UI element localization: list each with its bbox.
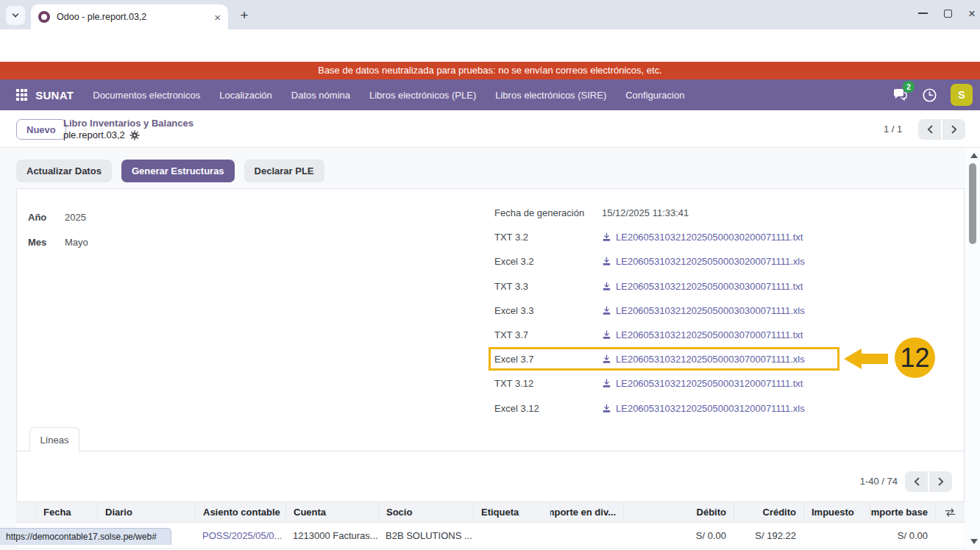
header-asiento-contable[interactable]: Asiento contable [195, 502, 285, 522]
annotation-arrow-shaft [862, 354, 888, 364]
chevron-left-icon [926, 125, 934, 134]
adjust-columns-icon [945, 507, 956, 518]
new-tab-button[interactable]: + [235, 7, 253, 24]
scrollbar-thumb[interactable] [969, 163, 976, 244]
apps-grid-icon[interactable] [16, 89, 27, 100]
file-row-excel-33: Excel 3.3 LE2060531032120250500030300071… [494, 299, 840, 323]
notebook-divider [16, 451, 965, 451]
header-debito[interactable]: Débito [623, 502, 734, 522]
scrollbar-up-arrow-icon[interactable] [970, 153, 978, 158]
menu-libros-electronicos-ple[interactable]: Libros electrónicos (PLE) [369, 90, 476, 101]
messages-count-badge: 2 [903, 81, 915, 93]
menu-configuracion[interactable]: Configuracion [625, 90, 684, 101]
file-label: Excel 3.2 [494, 256, 602, 267]
record-name: ple.report.03,2 [63, 129, 140, 140]
lines-pager-next-button[interactable] [929, 471, 952, 492]
file-download-link[interactable]: LE2060531032120250500030200071111.txt [602, 232, 803, 243]
lines-pager-previous-button[interactable] [905, 471, 928, 492]
cell-credito[interactable]: S/ 192.22 [734, 523, 803, 548]
generar-estructuras-button[interactable]: Generar Estructuras [121, 160, 235, 182]
menu-libros-electronicos-sire[interactable]: Libros electrónicos (SIRE) [495, 90, 606, 101]
cell-socio[interactable]: B2B SOLUTIONS ... [378, 523, 473, 548]
header-fecha[interactable]: Fecha [35, 502, 97, 522]
month-label: Mes [28, 237, 46, 248]
gear-icon[interactable] [129, 130, 140, 140]
cell-cuenta[interactable]: 1213000 Facturas... [285, 523, 378, 548]
pager-previous-button[interactable] [918, 119, 941, 140]
cell-importe-en-divisa[interactable] [550, 523, 623, 548]
file-label: Excel 3.3 [494, 305, 602, 316]
year-value[interactable]: 2025 [65, 212, 86, 223]
download-file-icon [602, 330, 611, 340]
menu-localizacion[interactable]: Localización [219, 90, 272, 101]
lines-pager-count: 1-40 / 74 [839, 476, 898, 487]
header-socio[interactable]: Socio [378, 502, 473, 522]
chevron-right-icon [937, 477, 945, 486]
messages-button[interactable]: 2 [891, 86, 909, 104]
scrollbar-down-arrow-icon[interactable] [970, 539, 978, 544]
new-record-button[interactable]: Nuevo [16, 119, 66, 140]
header-cuenta[interactable]: Cuenta [285, 502, 378, 522]
header-importe-en-divisa[interactable]: Importe en div... [550, 502, 623, 522]
file-row-txt-33: TXT 3.3 LE206053103212025050003030007111… [494, 274, 840, 299]
activities-clock-icon[interactable] [921, 87, 938, 104]
declarar-ple-button[interactable]: Declarar PLE [244, 160, 324, 182]
breadcrumb[interactable]: Libro Inventarios y Balances [63, 118, 193, 129]
status-bar-url: https://democontable17.solse.pe/web# [0, 528, 171, 545]
lines-pager [905, 471, 952, 492]
window-minimize-button[interactable] [918, 12, 928, 14]
pager-next-button[interactable] [942, 119, 965, 140]
chevron-left-icon [913, 477, 920, 486]
file-download-link[interactable]: LE2060531032120250500030700071111.txt [602, 329, 803, 340]
app-brand[interactable]: SUNAT [35, 89, 74, 101]
screen: Odoo - ple.report.03,2 × + × ← → democon… [0, 0, 980, 550]
file-label: TXT 3.7 [494, 329, 602, 340]
record-pager [918, 119, 965, 140]
generated-files-group: Fecha de generación 15/12/2025 11:33:41 … [494, 201, 840, 421]
cell-importe-base[interactable]: S/ 0.00 [870, 523, 935, 548]
file-row-txt-37: TXT 3.7 LE206053103212025050003070007111… [494, 323, 840, 347]
lines-table-header: Fecha Diario Asiento contable Cuenta Soc… [16, 501, 965, 523]
file-row-excel-312: Excel 3.12 LE206053103212025050003120007… [494, 396, 840, 421]
window-close-button[interactable]: × [968, 7, 976, 20]
cell-asiento-contable[interactable]: POSS/2025/05/0... [195, 523, 285, 548]
window-controls: × [918, 3, 976, 24]
header-etiqueta[interactable]: Etiqueta [473, 502, 550, 522]
month-value[interactable]: Mayo [65, 237, 88, 248]
tab-close-icon[interactable]: × [214, 11, 221, 24]
download-file-icon [602, 306, 611, 315]
download-file-icon [602, 232, 611, 242]
window-maximize-button[interactable] [944, 10, 952, 18]
file-download-link[interactable]: LE2060531032120250500030700071111.xls [602, 354, 805, 365]
cell-etiqueta[interactable] [473, 523, 550, 548]
header-impuesto[interactable]: Impuesto [803, 502, 870, 522]
menu-documentos-electronicos[interactable]: Documentos electronicos [93, 90, 200, 101]
browser-tab[interactable]: Odoo - ple.report.03,2 × [31, 4, 228, 29]
file-download-link[interactable]: LE2060531032120250500030300071111.xls [602, 305, 805, 316]
cell-impuesto[interactable] [803, 523, 870, 548]
file-download-link[interactable]: LE2060531032120250500031200071111.txt [602, 378, 803, 389]
header-diario[interactable]: Diario [97, 502, 195, 522]
file-download-link[interactable]: LE2060531032120250500031200071111.xls [602, 403, 805, 414]
download-file-icon [602, 379, 611, 388]
cell-actions[interactable] [935, 523, 965, 548]
cell-debito[interactable]: S/ 0.00 [623, 523, 734, 548]
actualizar-datos-button[interactable]: Actualizar Datos [16, 160, 112, 182]
column-settings-button[interactable] [935, 502, 965, 522]
generation-date-label: Fecha de generación [494, 207, 602, 218]
tab-lineas[interactable]: Líneas [29, 427, 79, 451]
file-download-link[interactable]: LE2060531032120250500030200071111.xls [602, 256, 805, 267]
header-credito[interactable]: Crédito [734, 502, 803, 522]
tab-search-button[interactable] [6, 6, 25, 25]
file-download-link[interactable]: LE2060531032120250500030300071111.txt [602, 281, 803, 292]
header-select[interactable] [16, 502, 35, 522]
file-row-txt-32: TXT 3.2 LE206053103212025050003020007111… [494, 225, 840, 249]
download-file-icon [602, 404, 611, 413]
download-file-icon [602, 354, 611, 364]
generation-date-value: 15/12/2025 11:33:41 [602, 207, 689, 218]
generation-date-row: Fecha de generación 15/12/2025 11:33:41 [494, 201, 840, 225]
user-avatar[interactable]: S [951, 84, 973, 106]
header-importe-base[interactable]: Importe base [870, 502, 935, 522]
browser-toolbar: ← → democontable17.solse.pe/web#cids=1&m… [0, 29, 980, 62]
menu-datos-nomina[interactable]: Datos nómina [291, 90, 350, 101]
